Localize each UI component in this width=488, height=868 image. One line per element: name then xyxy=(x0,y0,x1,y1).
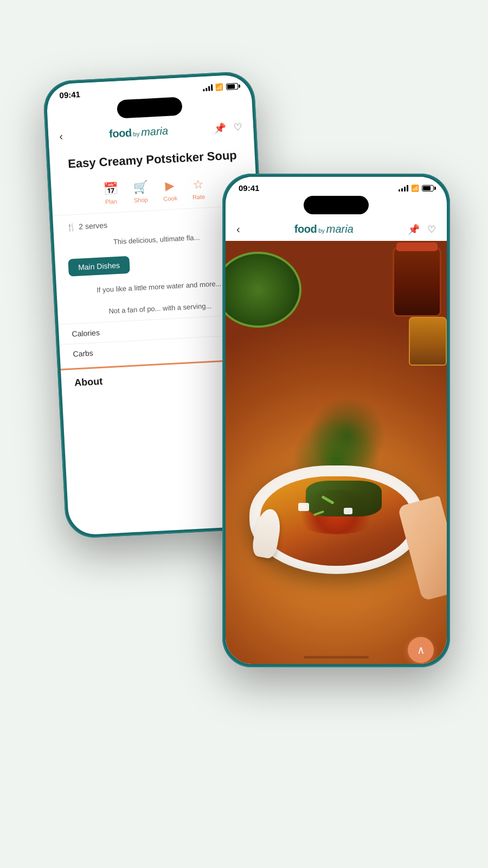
battery-icon-front xyxy=(422,185,434,192)
herb-bowl xyxy=(226,252,301,328)
scroll-up-button[interactable]: ∧ xyxy=(408,637,434,663)
action-shop[interactable]: 🛒 Shop xyxy=(132,180,148,203)
battery-icon xyxy=(226,82,239,90)
heart-icon-back[interactable]: ♡ xyxy=(233,121,242,133)
basket-icon: 🛒 xyxy=(132,180,147,195)
tofu-1 xyxy=(298,503,309,511)
status-icons-back: 📶 xyxy=(203,82,239,91)
action-rate[interactable]: ☆ Rate xyxy=(191,177,205,200)
play-icon: ▶ xyxy=(165,178,175,193)
cook-label: Cook xyxy=(163,195,177,202)
header-icons-back: 📌 ♡ xyxy=(214,121,243,135)
tofu-2 xyxy=(344,508,352,514)
calendar-icon: 📅 xyxy=(103,181,118,196)
dynamic-island-back xyxy=(117,97,183,118)
bookmark-icon-back[interactable]: 📌 xyxy=(214,122,227,135)
wifi-icon: 📶 xyxy=(215,83,224,91)
heart-icon-front[interactable]: ♡ xyxy=(427,224,436,235)
scroll-up-icon: ∧ xyxy=(417,643,425,656)
back-button-front[interactable]: ‹ xyxy=(236,223,240,235)
jar-lid xyxy=(396,242,438,251)
star-icon: ☆ xyxy=(192,177,204,192)
time-front: 09:41 xyxy=(239,183,259,193)
signal-icon-front xyxy=(399,185,408,192)
wifi-icon-front: 📶 xyxy=(411,184,419,192)
dynamic-island-front xyxy=(304,196,369,214)
scroll-chevron: ∨ xyxy=(332,662,341,664)
app-header-front: ‹ food by maria 📌 ♡ xyxy=(226,219,447,241)
description-text: This delicious, ultimate fla... xyxy=(113,233,200,246)
shop-label: Shop xyxy=(134,196,148,203)
rate-label: Rate xyxy=(192,193,206,200)
soup-content xyxy=(260,476,412,566)
action-cook[interactable]: ▶ Cook xyxy=(162,178,177,202)
back-button-back[interactable]: ‹ xyxy=(59,130,63,143)
sauce-jar xyxy=(393,246,441,317)
action-plan[interactable]: 📅 Plan xyxy=(103,181,119,205)
signal-icon xyxy=(203,84,213,91)
bookmark-icon-front[interactable]: 📌 xyxy=(408,224,420,235)
phone-front: 09:41 📶 xyxy=(222,174,450,667)
soup-bowl xyxy=(247,438,426,579)
scroll-indicator: ∨ xyxy=(330,662,343,664)
time-back: 09:41 xyxy=(59,90,80,100)
app-logo-front: food by maria xyxy=(294,223,354,235)
sauce-jar-2 xyxy=(409,317,447,366)
food-image: ∧ ∨ xyxy=(226,241,447,664)
app-logo-back: food by maria xyxy=(109,125,169,141)
home-indicator-front xyxy=(304,656,369,659)
header-icons-front: 📌 ♡ xyxy=(408,224,436,235)
plan-label: Plan xyxy=(105,197,118,205)
utensil-icon: 🍴 xyxy=(66,222,76,232)
status-bar-front: 09:41 📶 xyxy=(226,177,447,195)
serves-text: 2 serves xyxy=(79,220,108,231)
status-icons-front: 📶 xyxy=(399,184,434,192)
